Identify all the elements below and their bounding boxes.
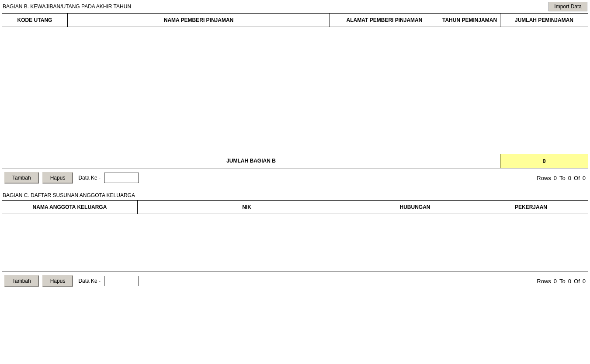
col-header-nama: NAMA PEMBERI PINJAMAN — [68, 14, 330, 27]
section-c-of-label: Of — [574, 278, 580, 284]
col-header-nama-anggota: NAMA ANGGOTA KELUARGA — [2, 201, 138, 214]
section-b-total-row: JUMLAH BAGIAN B 0 — [2, 154, 588, 168]
section-b-table-header: KODE UTANG NAMA PEMBERI PINJAMAN ALAMAT … — [2, 14, 588, 27]
import-data-button[interactable]: Import Data — [548, 2, 587, 11]
section-b-to-label: To — [559, 175, 566, 181]
section-b-of-label: Of — [574, 175, 580, 181]
section-c-table-header: NAMA ANGGOTA KELUARGA NIK HUBUNGAN PEKER… — [2, 201, 588, 214]
section-c-footer: Tambah Hapus Data Ke - Rows 0 To 0 Of 0 — [2, 271, 588, 290]
section-b-data-ke-label: Data Ke - — [78, 175, 101, 181]
section-c-table: NAMA ANGGOTA KELUARGA NIK HUBUNGAN PEKER… — [2, 200, 588, 271]
section-c-rows-label: Rows — [537, 278, 551, 284]
section-b-table: KODE UTANG NAMA PEMBERI PINJAMAN ALAMAT … — [2, 13, 588, 168]
section-c-table-body — [2, 214, 588, 271]
col-header-hubungan: HUBUNGAN — [356, 201, 474, 214]
col-header-jumlah: JUMLAH PEMINJAMAN — [500, 14, 588, 27]
page-container: BAGIAN B. KEWAJIBAN/UTANG PADA AKHIR TAH… — [0, 0, 590, 364]
section-b-total-value: 0 — [500, 154, 588, 168]
section-b-title: BAGIAN B. KEWAJIBAN/UTANG PADA AKHIR TAH… — [3, 3, 131, 10]
section-b-to-value: 0 — [568, 175, 571, 181]
col-header-tahun: TAHUN PEMINJAMAN — [439, 14, 500, 27]
section-b-of-value: 0 — [583, 175, 586, 181]
section-c-tambah-button[interactable]: Tambah — [4, 275, 39, 287]
section-c-data-ke-label: Data Ke - — [78, 278, 101, 284]
section-b-rows-label: Rows — [537, 175, 551, 181]
section-b-table-body — [2, 27, 588, 154]
section-c-to-value: 0 — [568, 278, 571, 284]
section-b-pagination: Rows 0 To 0 Of 0 — [537, 175, 586, 181]
section-c-pagination: Rows 0 To 0 Of 0 — [537, 278, 586, 284]
col-header-kode: KODE UTANG — [2, 14, 68, 27]
section-b-footer: Tambah Hapus Data Ke - Rows 0 To 0 Of 0 — [2, 168, 588, 187]
section-c-to-label: To — [559, 278, 566, 284]
section-c-of-value: 0 — [583, 278, 586, 284]
section-c-title: BAGIAN C. DAFTAR SUSUNAN ANGGOTA KELUARG… — [3, 192, 135, 198]
section-b-header-row: BAGIAN B. KEWAJIBAN/UTANG PADA AKHIR TAH… — [0, 0, 590, 13]
section-c-rows-value: 0 — [554, 278, 557, 284]
section-c-data-ke-input[interactable] — [104, 276, 139, 286]
section-gap — [0, 187, 590, 191]
col-header-pekerjaan: PEKERJAAN — [474, 201, 588, 214]
col-header-nik: NIK — [138, 201, 356, 214]
section-c-hapus-button[interactable]: Hapus — [42, 275, 73, 287]
col-header-alamat: ALAMAT PEMBERI PINJAMAN — [330, 14, 439, 27]
section-b-rows-value: 0 — [554, 175, 557, 181]
section-c-header-row: BAGIAN C. DAFTAR SUSUNAN ANGGOTA KELUARG… — [0, 191, 590, 200]
section-b-data-ke-input[interactable] — [104, 173, 139, 183]
section-b-total-label: JUMLAH BAGIAN B — [2, 154, 500, 168]
section-b-hapus-button[interactable]: Hapus — [42, 172, 73, 184]
section-b-tambah-button[interactable]: Tambah — [4, 172, 39, 184]
